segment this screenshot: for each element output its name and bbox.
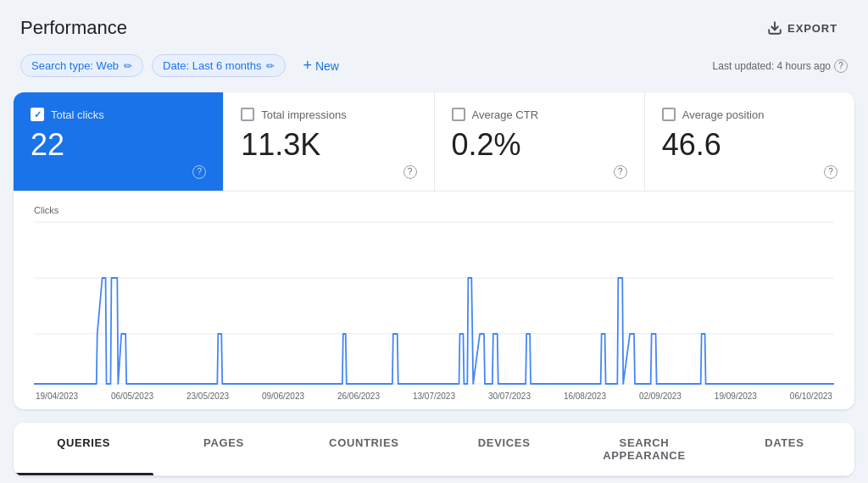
metric-checkbox-ctr[interactable] — [452, 108, 465, 121]
last-updated-text: Last updated: 4 hours ago ? — [713, 59, 848, 73]
pencil-icon: ✏ — [124, 60, 132, 72]
page-title: Performance — [20, 17, 127, 39]
metric-total-impressions[interactable]: Total impressions 11.3K ? — [224, 92, 434, 191]
line-chart: 3 2 1 0 — [34, 219, 834, 388]
x-axis-labels: 19/04/2023 06/05/2023 23/05/2023 09/06/2… — [34, 391, 834, 401]
x-label-5: 13/07/2023 — [413, 391, 455, 401]
x-label-10: 06/10/2023 — [790, 391, 832, 401]
info-icon[interactable]: ? — [834, 59, 848, 73]
chart-container: 3 2 1 0 — [34, 219, 834, 388]
help-icon-position[interactable]: ? — [824, 165, 837, 179]
metric-value-clicks: 22 — [31, 128, 206, 162]
help-icon-clicks[interactable]: ? — [192, 165, 206, 179]
x-label-4: 26/06/2023 — [337, 391, 380, 401]
toolbar: Search type: Web ✏ Date: Last 6 months ✏… — [0, 53, 868, 92]
help-icon-ctr[interactable]: ? — [614, 165, 627, 179]
tabs-row: QUERIES PAGES COUNTRIES DEVICES SEARCH A… — [14, 423, 854, 476]
metric-average-ctr[interactable]: Average CTR 0.2% ? — [435, 92, 645, 191]
metric-checkbox-clicks[interactable]: ✓ — [31, 108, 44, 121]
date-filter[interactable]: Date: Last 6 months ✏ — [152, 54, 286, 77]
tab-search-appearance[interactable]: SEARCH APPEARANCE — [574, 423, 714, 475]
metrics-row: ✓ Total clicks 22 ? Total impressions 11… — [14, 92, 854, 192]
chart-y-label: Clicks — [34, 205, 834, 215]
x-label-0: 19/04/2023 — [36, 391, 78, 401]
metric-value-impressions: 11.3K — [241, 128, 416, 162]
x-label-9: 19/09/2023 — [715, 391, 757, 401]
new-button[interactable]: + New — [294, 53, 348, 79]
tab-countries[interactable]: COUNTRIES — [294, 423, 434, 475]
download-icon — [767, 20, 782, 36]
tab-devices[interactable]: DEVICES — [434, 423, 574, 475]
x-label-7: 16/08/2023 — [564, 391, 606, 401]
chart-area: Clicks 3 2 1 0 — [14, 192, 854, 409]
tabs-card: QUERIES PAGES COUNTRIES DEVICES SEARCH A… — [14, 423, 854, 476]
main-content: ✓ Total clicks 22 ? Total impressions 11… — [0, 92, 868, 483]
checkmark-icon: ✓ — [34, 109, 42, 120]
export-button[interactable]: EXPORT — [757, 14, 848, 42]
metric-value-position: 46.6 — [662, 128, 837, 162]
help-icon-impressions[interactable]: ? — [403, 165, 417, 179]
metric-average-position[interactable]: Average position 46.6 ? — [645, 92, 854, 191]
x-label-3: 09/06/2023 — [262, 391, 304, 401]
pencil-icon-2: ✏ — [266, 60, 275, 72]
plus-icon: + — [303, 57, 312, 75]
search-type-filter[interactable]: Search type: Web ✏ — [20, 54, 143, 77]
x-label-6: 30/07/2023 — [488, 391, 531, 401]
metric-checkbox-position[interactable] — [662, 108, 676, 121]
tab-dates[interactable]: DATES — [715, 423, 854, 475]
metrics-chart-card: ✓ Total clicks 22 ? Total impressions 11… — [14, 92, 854, 409]
tab-queries[interactable]: QUERIES — [14, 423, 153, 475]
tab-pages[interactable]: PAGES — [153, 423, 293, 475]
x-label-2: 23/05/2023 — [186, 391, 229, 401]
x-label-8: 02/09/2023 — [639, 391, 682, 401]
x-label-1: 06/05/2023 — [111, 391, 153, 401]
metric-total-clicks[interactable]: ✓ Total clicks 22 ? — [14, 92, 224, 191]
page-header: Performance EXPORT — [0, 0, 868, 53]
toolbar-left: Search type: Web ✏ Date: Last 6 months ✏… — [20, 53, 348, 79]
metric-checkbox-impressions[interactable] — [241, 108, 254, 121]
metric-value-ctr: 0.2% — [452, 128, 627, 162]
